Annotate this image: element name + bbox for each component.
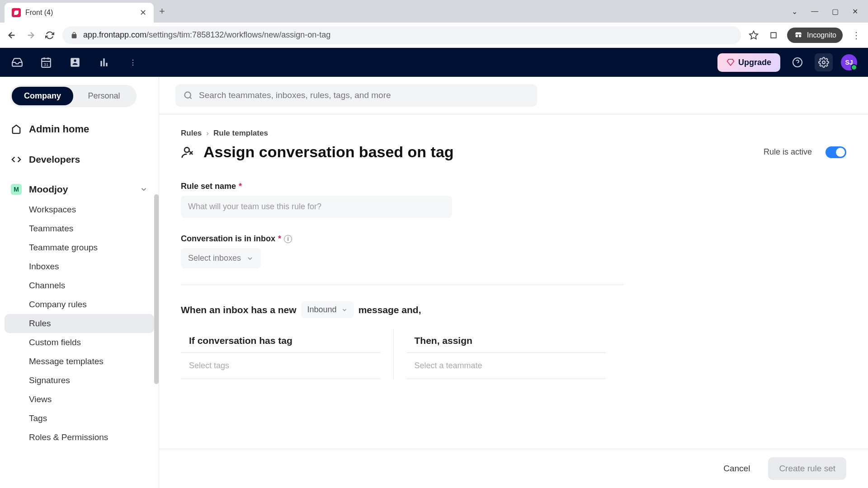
toggle-label: Rule is active [764,147,812,157]
close-window-icon[interactable]: ✕ [852,7,858,16]
sidebar-subitem[interactable]: Teammate groups [5,238,154,257]
analytics-icon[interactable] [98,56,110,69]
breadcrumb: Rules › Rule templates [181,129,846,138]
select-teammate-cell[interactable]: Select a teammate [406,353,606,379]
page-title: Assign conversation based on tag [203,143,755,161]
svg-point-1 [799,35,802,38]
search-icon [184,91,193,100]
sidebar-subitem[interactable]: Channels [5,276,154,295]
favicon-icon [12,8,21,17]
extensions-icon[interactable] [767,29,780,42]
footer-bar: Cancel Create rule set [159,449,868,488]
reload-button[interactable] [43,29,56,42]
chevron-down-icon [140,185,148,193]
breadcrumb-rules[interactable]: Rules [181,129,202,138]
svg-text:31: 31 [44,62,49,67]
sidebar-team[interactable]: M Moodjoy [5,178,154,200]
incognito-icon [793,30,803,40]
sidebar-subitem[interactable]: Signatures [5,371,154,390]
inbox-icon[interactable] [11,56,24,69]
tab-close-icon[interactable]: ✕ [140,8,146,18]
svg-point-10 [185,92,191,98]
home-icon [11,124,22,135]
if-header: If conversation has tag [181,329,381,353]
assign-icon [181,145,195,160]
svg-point-0 [796,35,798,38]
help-icon[interactable] [788,53,807,71]
rule-name-input[interactable] [181,196,452,218]
direction-select[interactable]: Inbound [301,301,354,318]
sidebar-developers[interactable]: Developers [5,149,154,170]
chevron-down-icon[interactable]: ⌄ [792,7,797,16]
lock-icon [71,32,78,39]
scope-toggle: Company Personal [10,85,137,107]
sidebar-subitem[interactable]: Rules [5,314,154,333]
avatar[interactable]: SJ [841,54,857,70]
search-input[interactable] [199,90,529,100]
inbox-select[interactable]: Select inboxes [181,248,261,268]
browser-tab[interactable]: Front (4) ✕ [5,3,154,23]
upgrade-button[interactable]: Upgrade [717,53,780,72]
svg-point-9 [822,61,825,64]
tab-title: Front (4) [25,9,135,17]
back-button[interactable] [5,29,18,42]
scope-company[interactable]: Company [12,87,73,105]
svg-point-12 [184,147,189,152]
team-badge: M [11,184,22,195]
sidebar: Company Personal Admin home Developers M… [0,77,159,488]
more-icon[interactable]: ⋮ [127,56,139,69]
bookmark-icon[interactable] [747,29,760,42]
settings-icon[interactable] [815,53,833,71]
browser-menu-icon[interactable]: ⋮ [850,29,863,42]
search-box[interactable] [175,84,537,107]
maximize-icon[interactable]: ▢ [832,7,839,16]
code-icon [11,154,22,165]
gem-icon [726,58,735,66]
rule-name-label: Rule set name [181,182,236,191]
sidebar-subitem[interactable]: Message templates [5,352,154,371]
app-header: 31 ⋮ Upgrade SJ [0,48,868,77]
cancel-button[interactable]: Cancel [712,457,761,480]
select-tags-cell[interactable]: Select tags [181,353,381,379]
rule-active-toggle[interactable] [826,146,846,158]
required-indicator: * [239,182,242,191]
sidebar-admin-home[interactable]: Admin home [5,118,154,141]
required-indicator: * [278,234,281,244]
calendar-icon[interactable]: 31 [40,56,52,69]
new-tab-button[interactable]: + [159,5,165,17]
sidebar-subitem[interactable]: Views [5,390,154,409]
scrollbar-thumb[interactable] [154,194,159,384]
sidebar-subitem[interactable]: Custom fields [5,333,154,352]
scope-personal[interactable]: Personal [73,87,135,105]
minimize-icon[interactable]: — [811,7,818,16]
incognito-badge[interactable]: Incognito [787,28,843,43]
chevron-down-icon [246,255,254,262]
sidebar-subitem[interactable]: Workspaces [5,200,154,219]
sidebar-subitem[interactable]: Roles & Permissions [5,428,154,447]
chevron-down-icon [341,307,348,313]
breadcrumb-templates[interactable]: Rule templates [213,129,268,138]
forward-button[interactable] [24,29,37,42]
then-header: Then, assign [406,329,606,353]
svg-line-11 [190,97,192,99]
chevron-right-icon: › [206,129,209,138]
sidebar-subitem[interactable]: Inboxes [5,257,154,276]
when-clause: When an inbox has a new Inbound message … [181,301,846,318]
url-text: app.frontapp.com/settings/tim:7858132/wo… [83,30,330,40]
sidebar-subitem[interactable]: Tags [5,409,154,428]
sidebar-subitem[interactable]: Teammates [5,219,154,238]
upgrade-label: Upgrade [738,58,771,67]
avatar-initials: SJ [845,59,853,66]
address-bar[interactable]: app.frontapp.com/settings/tim:7858132/wo… [62,26,741,44]
inbox-label: Conversation is in inbox [181,234,275,244]
sidebar-subitem[interactable]: Company rules [5,295,154,314]
info-icon[interactable]: i [284,235,292,243]
browser-tab-bar: Front (4) ✕ + ⌄ — ▢ ✕ [0,0,868,23]
incognito-label: Incognito [807,31,836,39]
create-rule-button[interactable]: Create rule set [768,457,846,480]
contacts-icon[interactable] [69,56,81,69]
